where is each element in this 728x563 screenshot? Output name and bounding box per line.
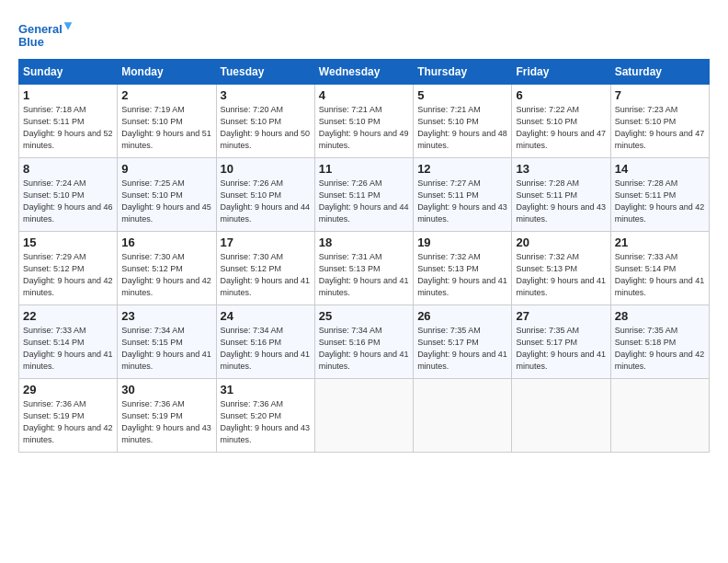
week-row: 22 Sunrise: 7:33 AMSunset: 5:14 PMDaylig… (19, 305, 710, 379)
day-info: Sunrise: 7:29 AMSunset: 5:12 PMDaylight:… (23, 252, 113, 297)
day-info: Sunrise: 7:30 AMSunset: 5:12 PMDaylight:… (121, 252, 211, 297)
calendar-cell: 5 Sunrise: 7:21 AMSunset: 5:10 PMDayligh… (414, 85, 512, 158)
col-header-friday: Friday (512, 60, 610, 85)
day-number: 23 (121, 309, 211, 323)
col-header-monday: Monday (118, 60, 216, 85)
day-info: Sunrise: 7:23 AMSunset: 5:10 PMDaylight:… (615, 105, 705, 150)
day-info: Sunrise: 7:33 AMSunset: 5:14 PMDaylight:… (23, 326, 113, 371)
day-number: 14 (615, 162, 705, 176)
calendar-cell: 19 Sunrise: 7:32 AMSunset: 5:13 PMDaylig… (414, 232, 512, 305)
calendar-cell (512, 379, 610, 453)
calendar-cell: 22 Sunrise: 7:33 AMSunset: 5:14 PMDaylig… (19, 305, 118, 379)
day-number: 20 (516, 236, 606, 249)
calendar-cell: 17 Sunrise: 7:30 AMSunset: 5:12 PMDaylig… (216, 232, 314, 305)
day-number: 29 (23, 383, 113, 396)
calendar-cell: 4 Sunrise: 7:21 AMSunset: 5:10 PMDayligh… (314, 85, 413, 158)
day-info: Sunrise: 7:28 AMSunset: 5:11 PMDaylight:… (516, 178, 606, 224)
day-info: Sunrise: 7:25 AMSunset: 5:10 PMDaylight:… (121, 178, 211, 224)
calendar-cell: 21 Sunrise: 7:33 AMSunset: 5:14 PMDaylig… (610, 232, 709, 305)
day-info: Sunrise: 7:21 AMSunset: 5:10 PMDaylight:… (319, 105, 409, 150)
col-header-saturday: Saturday (610, 60, 709, 85)
day-info: Sunrise: 7:28 AMSunset: 5:11 PMDaylight:… (615, 178, 705, 224)
day-info: Sunrise: 7:36 AMSunset: 5:19 PMDaylight:… (23, 399, 113, 444)
day-number: 25 (319, 309, 409, 323)
day-number: 3 (221, 88, 311, 102)
day-info: Sunrise: 7:35 AMSunset: 5:18 PMDaylight:… (615, 326, 705, 371)
day-number: 19 (417, 236, 507, 249)
calendar-cell: 9 Sunrise: 7:25 AMSunset: 5:10 PMDayligh… (118, 158, 216, 232)
day-info: Sunrise: 7:26 AMSunset: 5:10 PMDaylight:… (221, 178, 311, 224)
calendar-cell: 10 Sunrise: 7:26 AMSunset: 5:10 PMDaylig… (216, 158, 314, 232)
day-number: 9 (121, 162, 211, 176)
calendar-cell: 31 Sunrise: 7:36 AMSunset: 5:20 PMDaylig… (216, 379, 314, 453)
col-header-thursday: Thursday (414, 60, 512, 85)
day-number: 12 (417, 162, 507, 176)
calendar-cell: 14 Sunrise: 7:28 AMSunset: 5:11 PMDaylig… (610, 158, 709, 232)
day-info: Sunrise: 7:36 AMSunset: 5:19 PMDaylight:… (121, 399, 211, 444)
calendar-cell: 29 Sunrise: 7:36 AMSunset: 5:19 PMDaylig… (19, 379, 118, 453)
svg-text:Blue: Blue (18, 35, 44, 49)
calendar-cell: 3 Sunrise: 7:20 AMSunset: 5:10 PMDayligh… (216, 85, 314, 158)
calendar-cell: 25 Sunrise: 7:34 AMSunset: 5:16 PMDaylig… (314, 305, 413, 379)
logo-svg: General Blue (18, 17, 74, 52)
page: General Blue SundayMondayTuesdayWednesda… (0, 0, 728, 462)
logo: General Blue (18, 17, 74, 52)
calendar-cell: 15 Sunrise: 7:29 AMSunset: 5:12 PMDaylig… (19, 232, 118, 305)
day-number: 31 (221, 383, 311, 396)
day-info: Sunrise: 7:19 AMSunset: 5:10 PMDaylight:… (121, 105, 211, 150)
calendar-cell: 20 Sunrise: 7:32 AMSunset: 5:13 PMDaylig… (512, 232, 610, 305)
day-number: 5 (417, 88, 507, 102)
week-row: 15 Sunrise: 7:29 AMSunset: 5:12 PMDaylig… (19, 232, 710, 305)
svg-text:General: General (18, 22, 63, 36)
day-info: Sunrise: 7:18 AMSunset: 5:11 PMDaylight:… (23, 105, 113, 150)
day-number: 11 (319, 162, 409, 176)
day-info: Sunrise: 7:26 AMSunset: 5:11 PMDaylight:… (319, 178, 409, 224)
calendar-cell: 7 Sunrise: 7:23 AMSunset: 5:10 PMDayligh… (610, 85, 709, 158)
day-number: 13 (516, 162, 606, 176)
day-info: Sunrise: 7:34 AMSunset: 5:16 PMDaylight:… (319, 326, 409, 371)
day-number: 16 (121, 236, 211, 249)
calendar-cell: 12 Sunrise: 7:27 AMSunset: 5:11 PMDaylig… (414, 158, 512, 232)
day-info: Sunrise: 7:22 AMSunset: 5:10 PMDaylight:… (516, 105, 606, 150)
week-row: 1 Sunrise: 7:18 AMSunset: 5:11 PMDayligh… (19, 85, 710, 158)
day-info: Sunrise: 7:20 AMSunset: 5:10 PMDaylight:… (221, 105, 311, 150)
day-info: Sunrise: 7:33 AMSunset: 5:14 PMDaylight:… (615, 252, 705, 297)
col-header-wednesday: Wednesday (314, 60, 413, 85)
calendar-table: SundayMondayTuesdayWednesdayThursdayFrid… (18, 59, 710, 453)
calendar-cell: 23 Sunrise: 7:34 AMSunset: 5:15 PMDaylig… (118, 305, 216, 379)
day-number: 26 (417, 309, 507, 323)
day-number: 10 (221, 162, 311, 176)
day-number: 4 (319, 88, 409, 102)
calendar-cell: 6 Sunrise: 7:22 AMSunset: 5:10 PMDayligh… (512, 85, 610, 158)
day-info: Sunrise: 7:30 AMSunset: 5:12 PMDaylight:… (221, 252, 311, 297)
day-info: Sunrise: 7:24 AMSunset: 5:10 PMDaylight:… (23, 178, 113, 224)
calendar-cell: 11 Sunrise: 7:26 AMSunset: 5:11 PMDaylig… (314, 158, 413, 232)
day-number: 22 (23, 309, 113, 323)
calendar-cell: 18 Sunrise: 7:31 AMSunset: 5:13 PMDaylig… (314, 232, 413, 305)
header: General Blue (18, 17, 710, 52)
week-row: 8 Sunrise: 7:24 AMSunset: 5:10 PMDayligh… (19, 158, 710, 232)
day-info: Sunrise: 7:36 AMSunset: 5:20 PMDaylight:… (221, 399, 311, 444)
calendar-cell: 24 Sunrise: 7:34 AMSunset: 5:16 PMDaylig… (216, 305, 314, 379)
svg-marker-2 (64, 22, 73, 30)
calendar-cell: 8 Sunrise: 7:24 AMSunset: 5:10 PMDayligh… (19, 158, 118, 232)
day-info: Sunrise: 7:34 AMSunset: 5:16 PMDaylight:… (221, 326, 311, 371)
day-info: Sunrise: 7:31 AMSunset: 5:13 PMDaylight:… (319, 252, 409, 297)
day-number: 27 (516, 309, 606, 323)
day-number: 28 (615, 309, 705, 323)
calendar-cell (414, 379, 512, 453)
day-number: 2 (121, 88, 211, 102)
day-number: 1 (23, 88, 113, 102)
day-number: 18 (319, 236, 409, 249)
col-header-tuesday: Tuesday (216, 60, 314, 85)
calendar-cell (314, 379, 413, 453)
day-info: Sunrise: 7:35 AMSunset: 5:17 PMDaylight:… (516, 326, 606, 371)
calendar-cell: 1 Sunrise: 7:18 AMSunset: 5:11 PMDayligh… (19, 85, 118, 158)
day-number: 7 (615, 88, 705, 102)
calendar-cell: 2 Sunrise: 7:19 AMSunset: 5:10 PMDayligh… (118, 85, 216, 158)
day-info: Sunrise: 7:35 AMSunset: 5:17 PMDaylight:… (417, 326, 507, 371)
day-number: 15 (23, 236, 113, 249)
day-info: Sunrise: 7:27 AMSunset: 5:11 PMDaylight:… (417, 178, 507, 224)
calendar-cell: 16 Sunrise: 7:30 AMSunset: 5:12 PMDaylig… (118, 232, 216, 305)
day-number: 30 (121, 383, 211, 396)
